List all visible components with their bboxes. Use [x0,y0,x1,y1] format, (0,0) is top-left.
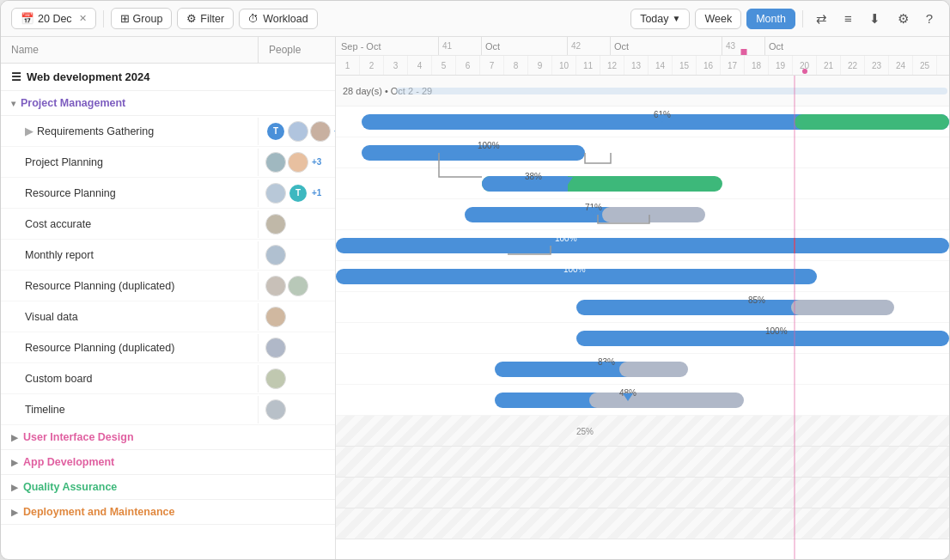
filter-icon: ⚙ [186,12,197,25]
export-button[interactable]: ⬇ [863,8,886,30]
avatar [310,121,331,142]
gantt-row-ui-group: 25% [336,416,949,447]
task-people [258,396,335,423]
week-button[interactable]: Week [695,9,741,29]
gantt-pct-25: 25% [576,426,594,435]
month-label-oct-2: Oct [611,37,722,55]
task-name: Timeline [1,399,258,421]
gantt-row-requirements: 61% [336,107,949,137]
week-label-43: 43 [722,37,765,55]
today-label: Today [640,13,668,25]
gantt-arrow-svg [576,137,645,168]
group-chevron-icon: ▶ [11,433,18,442]
month-button[interactable]: Month [746,9,795,29]
help-button[interactable]: ? [920,8,939,29]
avatar [265,338,286,358]
left-rows: ☰ Web development 2024 ▾ Project Managem… [1,64,335,559]
task-name: Cost accurate [1,213,258,235]
gantt-pct-85: 85% [748,295,765,305]
day-10: 10 [552,56,576,75]
day-8: 8 [504,56,528,75]
main-content: Name People ☰ Web development 2024 ▾ Pro… [1,37,949,559]
avatar-count: +1 [312,188,321,198]
group-header-project-management[interactable]: ▾ Project Management [1,91,335,116]
gantt-milestone-71-icon [588,208,599,216]
gantt-today-bar-line [794,238,795,253]
gantt-bar-custom-gray [619,362,688,377]
toolbar-separator-1 [103,10,104,27]
workload-icon: ⏱ [248,13,259,25]
day-3: 3 [384,56,408,75]
task-name: Visual data [1,306,258,328]
day-13: 13 [624,56,649,75]
avatar [288,152,308,173]
month-label-oct-3: Oct [765,37,949,55]
app-window: 📅 20 Dec ✕ ⊞ Group ⚙ Filter ⏱ Workload T… [0,0,950,560]
today-button[interactable]: Today ▼ [630,9,690,29]
toolbar-separator-2 [802,10,803,27]
task-people [258,272,335,300]
group-header-app-dev[interactable]: ▶ App Development [1,450,335,475]
date-label: 20 Dec [38,13,72,25]
left-header: Name People [1,37,335,64]
day-14: 14 [649,56,673,75]
avatar [288,276,308,296]
task-people [258,303,335,331]
expand-icon[interactable]: ▶ [25,125,33,137]
gantt-row-cost: 71% [336,199,949,230]
gantt-header: Sep - Oct 41 Oct 42 Oct 43 Oct 1 [336,37,949,76]
avatar [265,368,286,389]
task-people [258,334,335,362]
calendar-icon: 📅 [21,12,34,25]
toolbar: 📅 20 Dec ✕ ⊞ Group ⚙ Filter ⏱ Workload T… [1,1,949,37]
day-16: 16 [697,56,721,75]
task-name: Monthly report [1,244,258,266]
gantt-row-resource-planning: 38% [336,168,949,199]
day-20: 20 [793,56,817,75]
group-label-qa: Quality Assurance [23,481,117,493]
table-row: Visual data [1,301,335,332]
avatar [265,214,286,234]
gantt-row-resource-dup1: 100% [336,261,949,292]
project-title-text: Web development 2024 [27,70,150,83]
day-6: 6 [456,56,480,75]
gantt-days-row: 1 2 3 4 5 6 7 8 9 10 11 12 13 14 [336,56,949,75]
table-row: Resource Planning (duplicated) [1,271,335,301]
group-label-ui: User Interface Design [23,431,134,443]
task-name: Resource Planning [1,182,258,204]
group-chevron-icon: ▾ [11,99,15,108]
view-options-button[interactable]: ⇄ [810,8,833,30]
group-button[interactable]: ⊞ Group [111,8,173,29]
group-header-deployment[interactable]: ▶ Deployment and Maintenance [1,500,335,525]
gantt-milestone-83-icon [601,362,612,370]
left-panel: Name People ☰ Web development 2024 ▾ Pro… [1,37,336,559]
avatar [265,307,286,327]
month-label: Month [756,13,786,25]
gantt-bar-monthly-blue [336,238,949,253]
gantt-milestone-48-icon [623,393,633,401]
date-button[interactable]: 📅 20 Dec ✕ [11,8,96,29]
project-title: ☰ Web development 2024 [1,64,335,91]
settings-button[interactable]: ⚙ [892,8,915,30]
date-close-icon[interactable]: ✕ [79,13,87,24]
gantt-row-deployment-group [336,508,949,539]
gantt-bar-visual-gray [791,300,894,315]
gantt-row-project-planning: 100% [336,137,949,168]
task-people: T +6 [258,118,335,145]
filter-button[interactable]: ⚙ Filter [177,8,234,29]
day-2: 2 [360,56,384,75]
group-header-qa[interactable]: ▶ Quality Assurance [1,475,335,500]
group-header-ui-design[interactable]: ▶ User Interface Design [1,425,335,450]
avatar [265,245,286,265]
gantt-body[interactable]: 28 day(s) • Oct 2 - 29 61% 100% [336,76,949,559]
day-21: 21 [817,56,841,75]
project-icon: ☰ [11,70,21,83]
task-name: Project Planning [1,151,258,173]
day-22: 22 [841,56,865,75]
workload-button[interactable]: ⏱ Workload [239,9,318,29]
avatar-count: +6 [334,126,335,136]
row-height-button[interactable]: ≡ [838,8,858,29]
gantt-month-row: Sep - Oct 41 Oct 42 Oct 43 Oct [336,37,949,56]
week-label: Week [704,13,732,25]
day-25: 25 [913,56,937,75]
